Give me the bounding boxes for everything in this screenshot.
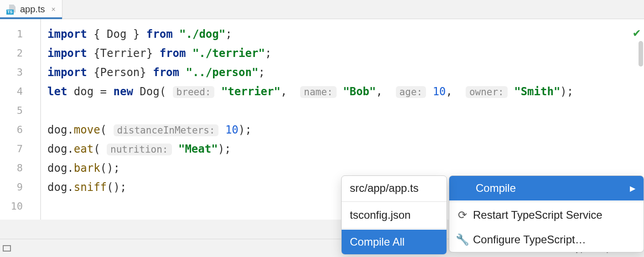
code-line[interactable]: dog.eat( nutrition: "Meat"); [47,139,644,159]
menu-separator [342,201,447,202]
line-number[interactable]: 3 [0,63,40,82]
scrollbar-thumb[interactable] [639,41,643,67]
compile-submenu: src/app/app.ts tsconfig.json Compile All [341,175,447,255]
menu-item-label: Compile All [350,236,405,248]
menu-item-configure-ts[interactable]: 🔧 Configure TypeScript… [449,227,644,252]
menu-item-compile-all[interactable]: Compile All [342,230,447,254]
tab-bar: TS app.ts × [0,0,644,19]
chevron-right-icon: ▶ [630,184,635,193]
line-number[interactable]: 5 [0,101,40,120]
code-line[interactable]: dog.bark(); [47,159,644,178]
code-line[interactable]: let dog = new Dog( breed: "terrier", nam… [47,82,644,101]
line-number-gutter: 1 2 3 4 5 6 7 8 9 10 [0,19,40,220]
restart-icon: ⟳ [457,209,467,221]
parameter-hint: owner: [466,86,508,98]
menu-separator [449,201,644,202]
parameter-hint: distanceInMeters: [114,124,219,136]
code-line[interactable]: dog.move( distanceInMeters: 10); [47,120,644,139]
parameter-hint: name: [300,86,336,98]
menu-item-restart-ts[interactable]: ⟳ Restart TypeScript Service [449,203,644,227]
parameter-hint: age: [396,86,426,98]
layout-icon[interactable] [3,245,11,252]
inspection-ok-icon[interactable]: ✔ [633,26,640,39]
parameter-hint: breed: [173,86,215,98]
line-number[interactable]: 9 [0,178,40,197]
close-icon[interactable]: × [51,5,55,14]
typescript-file-icon: TS [6,5,16,15]
menu-item-compile-tsconfig[interactable]: tsconfig.json [342,203,447,227]
code-line[interactable]: import {Terrier} from "./terrier"; [47,44,644,63]
line-number[interactable]: 6 [0,120,40,139]
code-line[interactable]: import { Dog } from "./dog"; [47,25,644,44]
parameter-hint: nutrition: [107,144,171,155]
line-number[interactable]: 2 [0,44,40,63]
line-number[interactable]: 8 [0,159,40,178]
code-line[interactable]: import {Person} from "../person"; [47,63,644,82]
menu-item-label: src/app/app.ts [350,182,419,195]
menu-item-compile-file[interactable]: src/app/app.ts [342,176,447,200]
line-number[interactable]: 7 [0,139,40,159]
menu-item-label: Configure TypeScript… [473,233,586,246]
typescript-context-menu: Compile ▶ ⟳ Restart TypeScript Service 🔧… [449,175,644,252]
tab-app-ts[interactable]: TS app.ts × [0,0,62,19]
menu-item-compile[interactable]: Compile ▶ [449,176,644,200]
menu-separator [342,228,447,229]
menu-item-label: tsconfig.json [350,209,410,221]
line-number[interactable]: 10 [0,197,40,216]
line-number[interactable]: 4 [0,82,40,101]
wrench-icon: 🔧 [457,233,467,246]
menu-item-label: Restart TypeScript Service [473,209,602,221]
code-line[interactable] [47,101,644,120]
line-number[interactable]: 1 [0,25,40,44]
tab-label: app.ts [20,4,45,15]
menu-item-label: Compile [476,182,516,195]
